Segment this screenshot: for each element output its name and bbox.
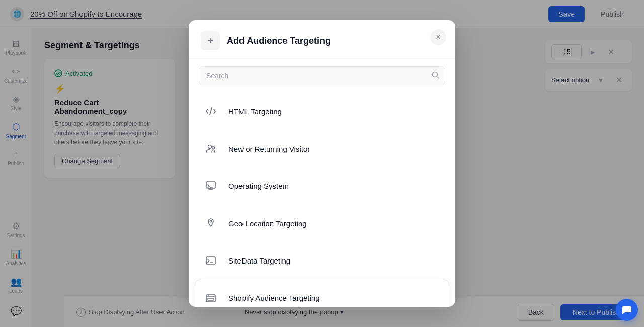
- os-icon: [201, 176, 220, 195]
- list-item-visitor[interactable]: New or Returning Visitor: [195, 130, 449, 167]
- html-targeting-icon: [201, 102, 220, 121]
- svg-point-3: [208, 145, 212, 149]
- geo-label: Geo-Location Targeting: [228, 219, 307, 228]
- add-audience-targeting-modal: + Add Audience Targeting × HTML Targetin…: [189, 20, 455, 307]
- sitedata-icon: [201, 251, 220, 270]
- modal-title: Add Audience Targeting: [227, 36, 331, 46]
- list-item-shopify[interactable]: Shopify Audience Targeting: [195, 280, 449, 307]
- visitor-label: New or Returning Visitor: [228, 145, 310, 153]
- html-targeting-label: HTML Targeting: [228, 107, 282, 116]
- svg-point-4: [212, 147, 215, 149]
- svg-point-6: [210, 220, 212, 222]
- modal-header: + Add Audience Targeting ×: [189, 20, 455, 59]
- targeting-options-list: HTML Targeting New or Returning Visitor …: [189, 90, 455, 307]
- search-input[interactable]: [199, 66, 445, 85]
- list-item-html[interactable]: HTML Targeting: [195, 93, 449, 129]
- modal-add-icon: +: [201, 31, 220, 50]
- svg-point-9: [208, 295, 209, 296]
- chat-bubble-button[interactable]: [616, 299, 638, 321]
- list-item-sitedata[interactable]: SiteData Targeting: [195, 242, 449, 279]
- sitedata-label: SiteData Targeting: [228, 256, 290, 265]
- chat-bubble-icon: [621, 304, 632, 315]
- svg-rect-10: [208, 298, 214, 300]
- modal-search-container: [199, 66, 445, 85]
- modal-overlay[interactable]: + Add Audience Targeting × HTML Targetin…: [0, 0, 644, 327]
- shopify-label: Shopify Audience Targeting: [228, 294, 320, 302]
- svg-rect-7: [206, 257, 215, 264]
- os-label: Operating System: [228, 182, 289, 190]
- shopify-icon: [201, 288, 220, 307]
- geo-icon: [201, 214, 220, 233]
- list-item-geo[interactable]: Geo-Location Targeting: [195, 205, 449, 241]
- modal-close-button[interactable]: ×: [430, 29, 446, 45]
- visitor-icon: [201, 139, 220, 158]
- close-icon: ×: [436, 33, 440, 42]
- list-item-os[interactable]: Operating System: [195, 168, 449, 204]
